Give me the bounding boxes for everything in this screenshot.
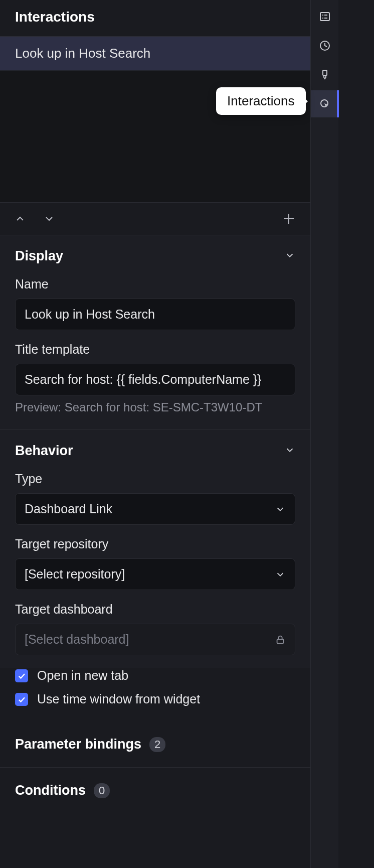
chevron-down-icon	[284, 250, 295, 263]
chevron-down-icon	[275, 569, 286, 580]
target-repository-label: Target repository	[15, 537, 295, 551]
target-dashboard-value: [Select dashboard]	[25, 632, 275, 647]
use-time-window-checkbox[interactable]	[15, 693, 28, 706]
svg-rect-2	[277, 639, 284, 643]
clock-icon	[319, 40, 331, 52]
rail-tab-style[interactable]	[311, 61, 339, 88]
use-time-window-row[interactable]: Use time window from widget	[15, 692, 295, 706]
conditions-title: Conditions	[15, 783, 86, 798]
parameter-bindings-count: 2	[149, 737, 165, 752]
panel-title: Interactions	[15, 9, 295, 25]
svg-rect-9	[323, 70, 327, 75]
open-new-tab-checkbox[interactable]	[15, 669, 28, 682]
list-icon	[319, 11, 331, 23]
panel-header: Interactions	[0, 0, 310, 37]
list-toolbar	[0, 202, 310, 235]
behavior-title: Behavior	[15, 443, 73, 459]
display-section: Display Name Title template Preview: Sea…	[0, 235, 310, 430]
behavior-section: Behavior Type Dashboard Link Target repo…	[0, 430, 310, 668]
title-template-label: Title template	[15, 342, 295, 357]
open-new-tab-label: Open in new tab	[37, 668, 128, 683]
check-icon	[17, 671, 26, 680]
check-icon	[17, 695, 26, 704]
behavior-checkboxes: Open in new tab Use time window from wid…	[0, 668, 310, 721]
display-title: Display	[15, 248, 63, 264]
move-up-button[interactable]	[11, 210, 29, 228]
right-rail: Interactions	[310, 0, 338, 868]
main-panel: Interactions Look up in Host Search Disp…	[0, 0, 310, 868]
use-time-window-label: Use time window from widget	[37, 692, 200, 706]
parameter-bindings-header[interactable]: Parameter bindings 2	[0, 721, 310, 768]
behavior-header[interactable]: Behavior	[15, 443, 295, 459]
cursor-click-icon	[319, 98, 331, 110]
parameter-bindings-title: Parameter bindings	[15, 737, 141, 752]
target-repository-select[interactable]: [Select repository]	[15, 558, 295, 590]
rail-tab-history[interactable]	[311, 32, 339, 59]
type-select-value: Dashboard Link	[25, 502, 275, 516]
move-down-button[interactable]	[40, 210, 58, 228]
open-new-tab-row[interactable]: Open in new tab	[15, 668, 295, 683]
add-button[interactable]	[278, 208, 299, 229]
interaction-list-item[interactable]: Look up in Host Search	[0, 37, 310, 71]
rail-tab-fields[interactable]	[311, 3, 339, 30]
target-dashboard-select: [Select dashboard]	[15, 624, 295, 655]
name-input[interactable]	[15, 299, 295, 330]
title-template-preview: Preview: Search for host: SE-SMC-T3W10-D…	[15, 400, 295, 414]
empty-list-area	[0, 71, 310, 202]
chevron-down-icon	[275, 504, 286, 515]
target-dashboard-label: Target dashboard	[15, 602, 295, 617]
rail-tab-interactions[interactable]: Interactions	[311, 90, 339, 117]
title-template-input[interactable]	[15, 364, 295, 395]
conditions-header[interactable]: Conditions 0	[0, 768, 310, 813]
brush-icon	[319, 69, 331, 81]
lock-icon	[275, 634, 286, 645]
name-label: Name	[15, 277, 295, 292]
chevron-down-icon	[284, 445, 295, 458]
display-header[interactable]: Display	[15, 248, 295, 264]
target-repository-value: [Select repository]	[25, 567, 275, 582]
type-select[interactable]: Dashboard Link	[15, 493, 295, 525]
conditions-count: 0	[94, 783, 110, 798]
svg-rect-3	[320, 13, 329, 21]
type-label: Type	[15, 472, 295, 486]
